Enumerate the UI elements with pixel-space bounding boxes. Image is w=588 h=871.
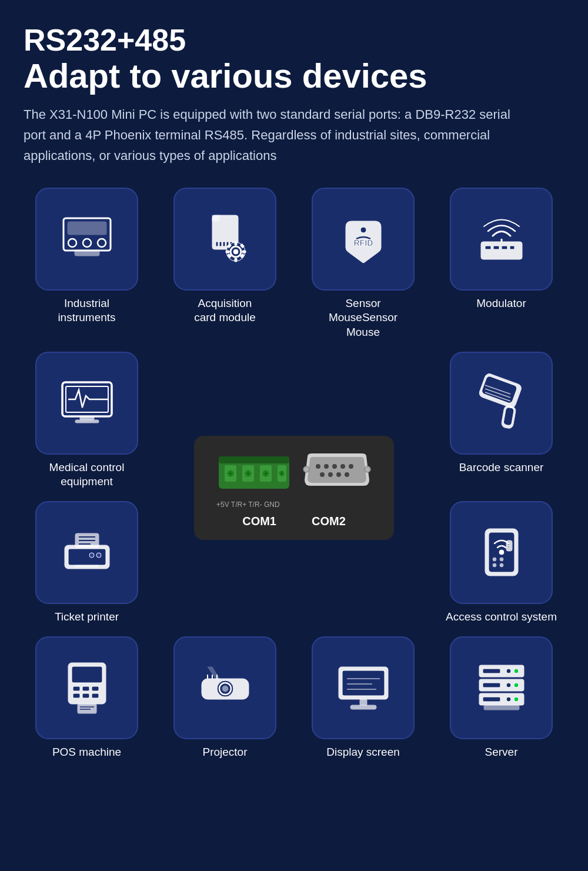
device-modulator: Modulator — [438, 188, 564, 340]
svg-rect-93 — [73, 686, 80, 691]
svg-point-120 — [506, 669, 511, 673]
svg-rect-94 — [82, 686, 89, 691]
svg-rect-30 — [510, 246, 514, 249]
svg-point-89 — [493, 563, 496, 567]
svg-rect-111 — [360, 699, 367, 705]
medical-icon-box — [35, 352, 138, 455]
svg-point-123 — [506, 683, 511, 688]
svg-point-2 — [68, 239, 76, 247]
svg-rect-96 — [73, 693, 80, 698]
svg-point-125 — [514, 697, 519, 702]
industrial-instruments-label: Industrialinstruments — [58, 296, 115, 325]
svg-rect-18 — [226, 251, 229, 253]
svg-rect-99 — [78, 704, 96, 713]
svg-rect-95 — [92, 686, 99, 691]
display-icon-box — [312, 636, 415, 739]
svg-point-53 — [316, 464, 320, 469]
svg-point-56 — [340, 464, 345, 469]
svg-rect-36 — [219, 456, 289, 463]
device-access-control: Access control system — [438, 501, 564, 625]
device-pos-machine: POS machine — [24, 636, 150, 760]
svg-rect-121 — [483, 669, 500, 673]
device-server: Server — [438, 636, 564, 760]
svg-rect-97 — [82, 693, 89, 698]
svg-rect-92 — [72, 666, 102, 683]
svg-point-87 — [493, 558, 496, 561]
svg-point-119 — [514, 669, 519, 673]
barcode-scanner-icon — [472, 373, 531, 432]
svg-rect-17 — [235, 258, 237, 262]
com1-subtitle: +5V T/R+ T/R- GND — [211, 500, 377, 509]
modulator-icon-box — [450, 188, 553, 291]
svg-rect-98 — [92, 693, 99, 698]
device-projector: Projector — [162, 636, 288, 760]
svg-rect-9 — [219, 242, 222, 246]
device-acquisition-card: Acquisitioncard module — [162, 188, 288, 340]
medical-control-label: Medical controlequipment — [49, 460, 125, 489]
acquisition-card-icon — [196, 209, 255, 268]
title-adapt: Adapt to various devices — [24, 57, 564, 95]
display-icon — [334, 658, 393, 717]
svg-rect-7 — [212, 215, 219, 221]
svg-point-24 — [360, 227, 366, 233]
svg-rect-8 — [216, 242, 218, 246]
sensor-icon-box: RFID — [312, 188, 415, 291]
devices-grid: Industrialinstruments — [24, 188, 564, 760]
svg-point-86 — [499, 550, 504, 555]
svg-rect-1 — [68, 222, 106, 234]
printer-icon — [58, 523, 116, 582]
server-icon — [472, 658, 531, 717]
svg-rect-28 — [493, 246, 499, 249]
com2-connector-icon — [302, 448, 372, 495]
svg-point-90 — [500, 563, 503, 567]
acquisition-card-icon-box — [173, 188, 276, 291]
header-section: RS232+485 Adapt to various devices The X… — [24, 24, 564, 166]
svg-rect-127 — [483, 697, 500, 702]
printer-icon-box — [35, 501, 138, 604]
svg-rect-85 — [507, 546, 510, 548]
access-control-label: Access control system — [446, 610, 557, 625]
svg-rect-19 — [242, 251, 246, 253]
pos-machine-label: POS machine — [52, 745, 121, 760]
projector-icon-box — [173, 636, 276, 739]
device-industrial-instruments: Industrialinstruments — [24, 188, 150, 340]
svg-point-57 — [349, 464, 353, 469]
industrial-instruments-icon-box — [35, 188, 138, 291]
svg-rect-5 — [75, 251, 99, 255]
svg-point-4 — [98, 239, 106, 247]
svg-rect-124 — [483, 683, 500, 688]
com1-label: COM1 — [242, 515, 276, 528]
svg-point-59 — [328, 472, 333, 477]
svg-rect-29 — [502, 246, 507, 249]
svg-point-58 — [320, 472, 325, 477]
svg-point-54 — [324, 464, 329, 469]
ticket-printer-label: Ticket printer — [55, 610, 119, 625]
center-com-area: +5V T/R+ T/R- GND COM1 COM2 — [162, 352, 426, 625]
svg-point-3 — [83, 239, 91, 247]
svg-point-60 — [336, 472, 341, 477]
access-control-icon — [472, 523, 531, 582]
barcode-scanner-icon-box — [450, 352, 553, 455]
svg-point-55 — [332, 464, 337, 469]
com2-label: COM2 — [312, 515, 346, 528]
com1-connector-icon — [216, 448, 292, 495]
device-display-screen: Display screen — [300, 636, 426, 760]
projector-label: Projector — [202, 745, 247, 760]
svg-rect-128 — [484, 705, 519, 710]
display-screen-label: Display screen — [326, 745, 400, 760]
svg-point-88 — [500, 558, 503, 561]
svg-point-78 — [96, 553, 101, 558]
svg-rect-112 — [350, 705, 376, 709]
title-rs232: RS232+485 — [24, 24, 564, 57]
modulator-label: Modulator — [476, 296, 526, 311]
device-ticket-printer: Ticket printer — [24, 501, 150, 625]
modulator-icon — [472, 209, 531, 268]
access-control-icon-box — [450, 501, 553, 604]
acquisition-card-label: Acquisitioncard module — [194, 296, 256, 325]
sensor-mouse-label: SensorMouseSensorMouse — [329, 296, 397, 340]
rfid-icon: RFID — [334, 209, 393, 268]
device-sensor-mouse: RFID SensorMouseSensorMouse — [300, 188, 426, 340]
com-connectors-box: +5V T/R+ T/R- GND COM1 COM2 — [194, 436, 394, 540]
svg-text:RFID: RFID — [353, 238, 373, 248]
svg-point-62 — [303, 466, 309, 472]
